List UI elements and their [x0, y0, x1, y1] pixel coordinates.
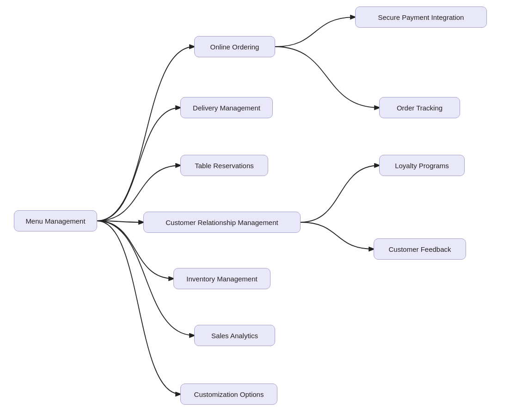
node-crm: Customer Relationship Management	[143, 212, 301, 233]
edge-online-tracking	[275, 47, 379, 108]
diagram-container: Menu ManagementOnline OrderingDelivery M…	[0, 0, 510, 420]
node-inventory: Inventory Management	[173, 268, 270, 289]
edge-menu-custom	[97, 221, 180, 394]
edge-online-secure	[275, 17, 355, 47]
node-secure: Secure Payment Integration	[355, 6, 487, 28]
node-online: Online Ordering	[194, 36, 275, 57]
node-delivery: Delivery Management	[180, 97, 273, 118]
edge-menu-online	[97, 47, 194, 221]
node-feedback: Customer Feedback	[374, 238, 466, 260]
edge-menu-crm	[97, 221, 143, 222]
node-sales: Sales Analytics	[194, 325, 275, 346]
node-menu: Menu Management	[14, 210, 97, 231]
node-table: Table Reservations	[180, 155, 268, 176]
node-loyalty: Loyalty Programs	[379, 155, 465, 176]
edge-crm-feedback	[301, 222, 374, 249]
node-tracking: Order Tracking	[379, 97, 460, 118]
node-custom: Customization Options	[180, 383, 277, 405]
edge-crm-loyalty	[301, 165, 379, 222]
edge-menu-delivery	[97, 108, 180, 221]
